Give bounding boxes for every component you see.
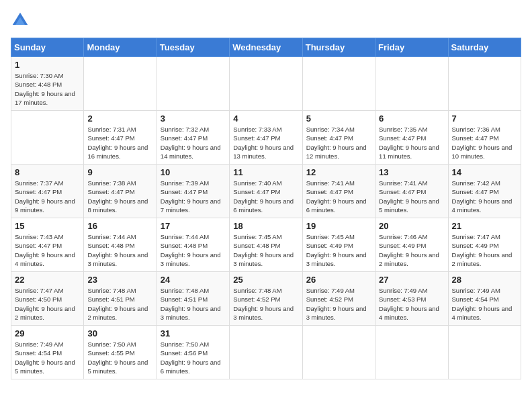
cell-info: Sunrise: 7:48 AMSunset: 4:51 PMDaylight:… [161, 287, 221, 321]
day-number: 6 [379, 113, 444, 124]
table-cell: 28 Sunrise: 7:49 AMSunset: 4:54 PMDaylig… [448, 272, 521, 326]
cell-info: Sunrise: 7:40 AMSunset: 4:47 PMDaylight:… [233, 179, 294, 214]
table-cell: 25 Sunrise: 7:48 AMSunset: 4:52 PMDaylig… [230, 272, 302, 326]
day-number: 4 [233, 113, 298, 124]
cell-info: Sunrise: 7:42 AMSunset: 4:47 PMDaylight:… [452, 179, 513, 214]
logo-icon [11, 11, 30, 30]
calendar-header-row: Sunday Monday Tuesday Wednesday Thursday… [11, 38, 521, 57]
cell-info: Sunrise: 7:45 AMSunset: 4:48 PMDaylight:… [233, 233, 294, 267]
cell-info: Sunrise: 7:41 AMSunset: 4:47 PMDaylight:… [379, 179, 439, 214]
day-number: 14 [452, 167, 517, 177]
day-number: 28 [452, 275, 517, 285]
day-number: 31 [161, 328, 226, 338]
cell-info: Sunrise: 7:44 AMSunset: 4:48 PMDaylight:… [87, 233, 148, 267]
day-number: 13 [379, 167, 444, 177]
day-number: 22 [15, 275, 80, 285]
day-number: 7 [452, 113, 517, 124]
table-cell [230, 57, 302, 111]
day-number: 24 [161, 275, 226, 285]
table-cell: 20 Sunrise: 7:46 AMSunset: 4:49 PMDaylig… [375, 218, 448, 272]
table-cell: 3 Sunrise: 7:32 AMSunset: 4:47 PMDayligh… [157, 111, 229, 165]
cell-info: Sunrise: 7:47 AMSunset: 4:50 PMDaylight:… [15, 287, 75, 321]
table-cell: 5 Sunrise: 7:34 AMSunset: 4:47 PMDayligh… [302, 111, 375, 165]
day-number: 1 [15, 60, 80, 70]
table-cell [157, 57, 229, 111]
table-cell: 22 Sunrise: 7:47 AMSunset: 4:50 PMDaylig… [11, 272, 84, 326]
table-cell [302, 326, 375, 379]
col-saturday: Saturday [448, 38, 521, 57]
col-sunday: Sunday [11, 38, 84, 57]
day-number: 16 [87, 221, 152, 231]
table-cell: 23 Sunrise: 7:48 AMSunset: 4:51 PMDaylig… [84, 272, 157, 326]
day-number: 29 [15, 328, 80, 338]
cell-info: Sunrise: 7:46 AMSunset: 4:49 PMDaylight:… [379, 233, 439, 267]
col-wednesday: Wednesday [230, 38, 302, 57]
calendar-week-row: 1 Sunrise: 7:30 AMSunset: 4:48 PMDayligh… [11, 57, 521, 111]
day-number: 17 [161, 221, 226, 231]
cell-info: Sunrise: 7:33 AMSunset: 4:47 PMDaylight:… [233, 126, 294, 160]
cell-info: Sunrise: 7:48 AMSunset: 4:52 PMDaylight:… [233, 287, 294, 321]
cell-info: Sunrise: 7:36 AMSunset: 4:47 PMDaylight:… [452, 126, 513, 160]
cell-info: Sunrise: 7:49 AMSunset: 4:54 PMDaylight:… [452, 287, 513, 321]
table-cell [375, 326, 448, 379]
day-number: 3 [161, 113, 226, 124]
day-number: 9 [87, 167, 152, 177]
table-cell: 16 Sunrise: 7:44 AMSunset: 4:48 PMDaylig… [84, 218, 157, 272]
calendar-week-row: 29 Sunrise: 7:49 AMSunset: 4:54 PMDaylig… [11, 326, 521, 379]
cell-info: Sunrise: 7:32 AMSunset: 4:47 PMDaylight:… [161, 126, 221, 160]
page-header [11, 11, 521, 30]
calendar-week-row: 22 Sunrise: 7:47 AMSunset: 4:50 PMDaylig… [11, 272, 521, 326]
day-number: 26 [306, 275, 371, 285]
cell-info: Sunrise: 7:45 AMSunset: 4:49 PMDaylight:… [306, 233, 367, 267]
table-cell: 6 Sunrise: 7:35 AMSunset: 4:47 PMDayligh… [375, 111, 448, 165]
cell-info: Sunrise: 7:31 AMSunset: 4:47 PMDaylight:… [87, 126, 148, 160]
table-cell: 2 Sunrise: 7:31 AMSunset: 4:47 PMDayligh… [84, 111, 157, 165]
table-cell: 10 Sunrise: 7:39 AMSunset: 4:47 PMDaylig… [157, 165, 229, 218]
table-cell [448, 326, 521, 379]
day-number: 8 [15, 167, 80, 177]
table-cell: 4 Sunrise: 7:33 AMSunset: 4:47 PMDayligh… [230, 111, 302, 165]
day-number: 15 [15, 221, 80, 231]
table-cell: 21 Sunrise: 7:47 AMSunset: 4:49 PMDaylig… [448, 218, 521, 272]
table-cell [11, 111, 84, 165]
cell-info: Sunrise: 7:48 AMSunset: 4:51 PMDaylight:… [87, 287, 148, 321]
cell-info: Sunrise: 7:49 AMSunset: 4:52 PMDaylight:… [306, 287, 367, 321]
table-cell: 11 Sunrise: 7:40 AMSunset: 4:47 PMDaylig… [230, 165, 302, 218]
table-cell: 24 Sunrise: 7:48 AMSunset: 4:51 PMDaylig… [157, 272, 229, 326]
calendar-week-row: 15 Sunrise: 7:43 AMSunset: 4:47 PMDaylig… [11, 218, 521, 272]
day-number: 19 [306, 221, 371, 231]
day-number: 10 [161, 167, 226, 177]
table-cell: 15 Sunrise: 7:43 AMSunset: 4:47 PMDaylig… [11, 218, 84, 272]
table-cell: 7 Sunrise: 7:36 AMSunset: 4:47 PMDayligh… [448, 111, 521, 165]
table-cell [302, 57, 375, 111]
table-cell: 12 Sunrise: 7:41 AMSunset: 4:47 PMDaylig… [302, 165, 375, 218]
table-cell: 30 Sunrise: 7:50 AMSunset: 4:55 PMDaylig… [84, 326, 157, 379]
table-cell: 29 Sunrise: 7:49 AMSunset: 4:54 PMDaylig… [11, 326, 84, 379]
day-number: 18 [233, 221, 298, 231]
table-cell: 18 Sunrise: 7:45 AMSunset: 4:48 PMDaylig… [230, 218, 302, 272]
table-cell [230, 326, 302, 379]
table-cell: 1 Sunrise: 7:30 AMSunset: 4:48 PMDayligh… [11, 57, 84, 111]
day-number: 11 [233, 167, 298, 177]
day-number: 27 [379, 275, 444, 285]
cell-info: Sunrise: 7:34 AMSunset: 4:47 PMDaylight:… [306, 126, 367, 160]
day-number: 30 [87, 328, 152, 338]
table-cell [448, 57, 521, 111]
day-number: 23 [87, 275, 152, 285]
cell-info: Sunrise: 7:43 AMSunset: 4:47 PMDaylight:… [15, 233, 75, 267]
col-friday: Friday [375, 38, 448, 57]
cell-info: Sunrise: 7:37 AMSunset: 4:47 PMDaylight:… [15, 179, 75, 214]
cell-info: Sunrise: 7:35 AMSunset: 4:47 PMDaylight:… [379, 126, 439, 160]
logo [11, 11, 32, 30]
table-cell: 31 Sunrise: 7:50 AMSunset: 4:56 PMDaylig… [157, 326, 229, 379]
cell-info: Sunrise: 7:50 AMSunset: 4:56 PMDaylight:… [161, 340, 221, 375]
col-tuesday: Tuesday [157, 38, 229, 57]
cell-info: Sunrise: 7:41 AMSunset: 4:47 PMDaylight:… [306, 179, 367, 214]
cell-info: Sunrise: 7:49 AMSunset: 4:53 PMDaylight:… [379, 287, 439, 321]
cell-info: Sunrise: 7:30 AMSunset: 4:48 PMDaylight:… [15, 72, 75, 106]
cell-info: Sunrise: 7:47 AMSunset: 4:49 PMDaylight:… [452, 233, 513, 267]
cell-info: Sunrise: 7:39 AMSunset: 4:47 PMDaylight:… [161, 179, 221, 214]
calendar-week-row: 2 Sunrise: 7:31 AMSunset: 4:47 PMDayligh… [11, 111, 521, 165]
table-cell [84, 57, 157, 111]
table-cell: 19 Sunrise: 7:45 AMSunset: 4:49 PMDaylig… [302, 218, 375, 272]
